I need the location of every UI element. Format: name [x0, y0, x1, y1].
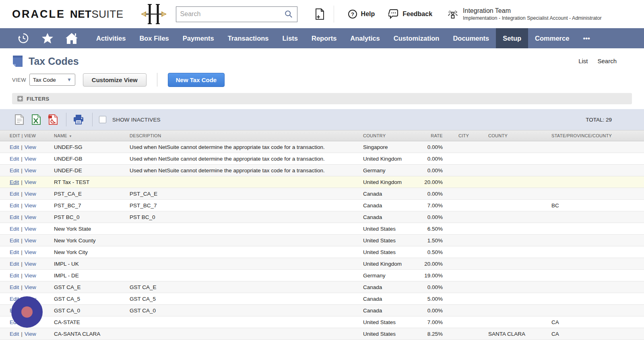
- row-actions: Edit|View: [0, 156, 54, 162]
- list-toolbar: SHOW INACTIVES TOTAL: 29: [0, 109, 644, 130]
- export-pdf-button[interactable]: [48, 114, 58, 125]
- table-row: Edit|ViewGST CA_5GST CA_5Canada5.00%: [0, 293, 644, 305]
- actions-separator: |: [21, 191, 23, 197]
- edit-link[interactable]: Edit: [10, 238, 19, 244]
- cell-name: PST_CA_E: [54, 191, 130, 197]
- view-select-dropdown[interactable]: Tax Code ▼: [29, 74, 75, 86]
- view-link[interactable]: View: [25, 273, 36, 279]
- nav-item-documents[interactable]: Documents: [446, 28, 496, 48]
- cell-rate: 20.00%: [416, 179, 443, 185]
- customize-view-button[interactable]: Customize View: [83, 73, 147, 87]
- actions-separator: |: [21, 144, 23, 150]
- nav-item-more[interactable]: •••: [576, 28, 597, 48]
- view-link[interactable]: View: [25, 167, 36, 174]
- show-inactives-checkbox[interactable]: [99, 116, 106, 123]
- cell-name: IMPL - UK: [54, 261, 130, 267]
- controls-divider: [157, 73, 157, 87]
- column-header-county[interactable]: COUNTY: [477, 133, 534, 138]
- new-tax-code-button[interactable]: New Tax Code: [168, 73, 225, 87]
- cell-country: United States: [363, 331, 416, 337]
- view-link[interactable]: View: [25, 319, 36, 325]
- nav-item-box-files[interactable]: Box Files: [132, 28, 175, 48]
- view-link[interactable]: View: [25, 238, 36, 244]
- table-row: Edit|ViewPST BC_0PST BC_0Canada0.00%: [0, 211, 644, 223]
- edit-link[interactable]: Edit: [10, 226, 19, 232]
- page-link-list[interactable]: List: [578, 58, 588, 64]
- edit-link[interactable]: Edit: [10, 261, 19, 267]
- view-link[interactable]: View: [25, 144, 36, 150]
- recent-records-button[interactable]: [11, 28, 35, 48]
- nav-item-analytics[interactable]: Analytics: [343, 28, 386, 48]
- view-link[interactable]: View: [25, 226, 36, 232]
- view-link[interactable]: View: [25, 249, 36, 255]
- actions-separator: |: [21, 167, 23, 174]
- column-header-state[interactable]: STATE/PROVINCE/COUNTY: [534, 133, 644, 138]
- table-row: Edit|ViewIMPL - DEGermany19.00%: [0, 270, 644, 281]
- cell-rate: 7.00%: [416, 202, 443, 209]
- view-link[interactable]: View: [25, 261, 36, 267]
- export-csv-button[interactable]: [14, 114, 24, 125]
- page-links: ListSearch: [578, 58, 617, 64]
- column-header-description[interactable]: DESCRIPTION: [130, 133, 363, 138]
- edit-link[interactable]: Edit: [10, 296, 19, 302]
- view-link[interactable]: View: [25, 296, 36, 302]
- edit-link[interactable]: Edit: [10, 179, 19, 185]
- view-link[interactable]: View: [25, 284, 36, 290]
- actions-separator: |: [21, 156, 23, 162]
- nav-item-customization[interactable]: Customization: [387, 28, 446, 48]
- column-header-name[interactable]: NAME▼: [54, 133, 130, 138]
- column-header-country[interactable]: COUNTRY: [363, 133, 416, 138]
- home-button[interactable]: [60, 28, 84, 48]
- view-link[interactable]: View: [25, 191, 36, 197]
- edit-link[interactable]: Edit: [10, 167, 19, 174]
- cell-country: Canada: [363, 191, 416, 197]
- column-header-city[interactable]: CITY: [443, 133, 477, 138]
- view-link[interactable]: View: [25, 156, 36, 162]
- view-link[interactable]: View: [25, 179, 36, 185]
- actions-separator: |: [21, 273, 23, 279]
- row-actions: Edit|View: [0, 226, 54, 232]
- help-button[interactable]: ? Help: [348, 9, 375, 19]
- edit-link[interactable]: Edit: [10, 319, 19, 325]
- edit-link[interactable]: Edit: [10, 156, 19, 162]
- edit-link[interactable]: Edit: [10, 273, 19, 279]
- edit-link[interactable]: Edit: [10, 202, 19, 209]
- nav-item-activities[interactable]: Activities: [89, 28, 132, 48]
- nav-item-setup[interactable]: Setup: [496, 28, 528, 48]
- search-icon[interactable]: [284, 10, 293, 19]
- export-excel-button[interactable]: [31, 114, 41, 125]
- toolbar-divider-2: [92, 113, 93, 126]
- edit-link[interactable]: Edit: [10, 331, 19, 337]
- feedback-button[interactable]: Feedback: [388, 9, 432, 19]
- table-row: Edit|ViewGST CA_0GST CA_0Canada0.00%: [0, 305, 644, 316]
- view-link[interactable]: View: [25, 308, 36, 314]
- page-link-search[interactable]: Search: [597, 58, 617, 64]
- edit-link[interactable]: Edit: [10, 144, 19, 150]
- row-actions: Edit|View: [0, 167, 54, 174]
- cell-state: CA: [534, 331, 644, 337]
- shortcuts-button[interactable]: [35, 28, 60, 48]
- row-actions: Edit|View: [0, 284, 54, 290]
- edit-link[interactable]: Edit: [10, 214, 19, 220]
- nav-item-payments[interactable]: Payments: [176, 28, 221, 48]
- search-input[interactable]: [180, 10, 284, 18]
- view-label: VIEW: [12, 77, 26, 83]
- view-link[interactable]: View: [25, 202, 36, 209]
- table-row: Edit|ViewIMPL - UKUnited Kingdom20.00%: [0, 258, 644, 270]
- account-menu[interactable]: Integration Team Implementation - Integr…: [448, 7, 602, 22]
- nav-item-commerce[interactable]: Commerce: [528, 28, 576, 48]
- view-link[interactable]: View: [25, 214, 36, 220]
- nav-item-transactions[interactable]: Transactions: [221, 28, 276, 48]
- column-header-rate[interactable]: RATE: [416, 133, 443, 138]
- edit-link[interactable]: Edit: [10, 308, 19, 314]
- cell-rate: 7.00%: [416, 319, 443, 325]
- edit-link[interactable]: Edit: [10, 249, 19, 255]
- view-link[interactable]: View: [25, 331, 36, 337]
- print-button[interactable]: [73, 114, 84, 125]
- filters-bar[interactable]: FILTERS: [12, 93, 632, 104]
- create-new-record-button[interactable]: [314, 8, 325, 20]
- nav-item-reports[interactable]: Reports: [305, 28, 343, 48]
- edit-link[interactable]: Edit: [10, 191, 19, 197]
- nav-item-lists[interactable]: Lists: [276, 28, 305, 48]
- edit-link[interactable]: Edit: [10, 284, 19, 290]
